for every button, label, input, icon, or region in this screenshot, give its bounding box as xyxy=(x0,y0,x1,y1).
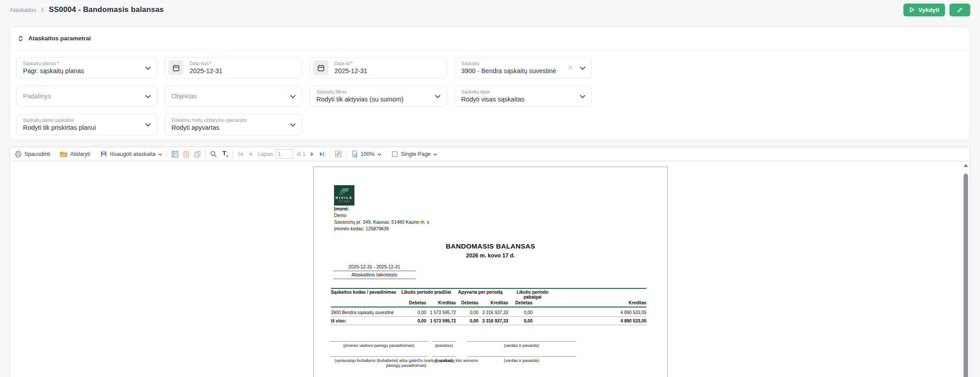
vertical-scrollbar[interactable] xyxy=(963,163,968,377)
breadcrumb: Ataskaitos SS0004 - Bandomasis balansas xyxy=(10,5,164,14)
single-page-icon xyxy=(391,151,398,158)
view-mode-control[interactable]: Single Page xyxy=(391,151,437,158)
report-parameters-panel: Ataskaitos parametrai Sąskaitų planas* P… xyxy=(10,27,970,140)
page-label: Lapas xyxy=(258,151,273,157)
parameters-panel-button[interactable] xyxy=(171,151,179,158)
field-label: Sąskaita xyxy=(461,61,479,66)
zoom-control[interactable]: 100% xyxy=(351,150,381,158)
cell-value: 4 890 533,05 xyxy=(533,310,646,315)
text-tx-icon: Tx xyxy=(222,150,228,158)
next-page-button[interactable] xyxy=(309,151,315,157)
fullscreen-button[interactable] xyxy=(334,150,342,158)
company-label: Įmonė: xyxy=(334,206,349,211)
top-actions: Vykdyti xyxy=(903,4,970,16)
previous-page-icon xyxy=(247,151,253,157)
field-saskaitu-planas[interactable]: Sąskaitų planas* Pagr. sąskaitų planas xyxy=(16,57,157,78)
print-button[interactable]: Spausdinti xyxy=(15,151,50,158)
cell-value: 0,00 xyxy=(397,319,426,323)
print-label: Spausdinti xyxy=(24,151,50,157)
pages-total-label: iš 1 xyxy=(297,151,305,157)
field-fiskaliniu-metu[interactable]: Fiskalinių metų uždarymo operacijos Rody… xyxy=(165,114,302,135)
clipboard-properties-button[interactable]: ? xyxy=(183,151,190,158)
cell-value: 0,00 xyxy=(456,310,478,315)
collapse-expand-icon xyxy=(18,35,23,42)
svg-text:?: ? xyxy=(185,153,187,157)
toolbar-separator xyxy=(167,150,167,158)
signature-name: (vardas ir pavardė) xyxy=(467,358,576,363)
cell-value: 1 573 595,72 xyxy=(426,310,456,315)
calendar-icon[interactable] xyxy=(313,60,328,75)
scroll-up-arrow-icon[interactable] xyxy=(964,164,968,167)
first-page-button[interactable] xyxy=(237,151,244,157)
field-label: Sąskaitų plano sąskaitos xyxy=(23,117,74,123)
fullscreen-expand-icon xyxy=(334,150,342,158)
total-label: Iš viso: xyxy=(331,319,397,323)
last-page-button[interactable] xyxy=(319,151,325,157)
report-title: BANDOMASIS BALANSAS xyxy=(314,242,667,250)
report-page: RIVILE ERP demo Įmonė: Demo Savanorių pr… xyxy=(313,167,668,377)
period-label: Ataskaitinis laikotarpis xyxy=(333,271,416,279)
play-icon xyxy=(909,7,915,13)
chevron-down-icon xyxy=(145,92,151,100)
signature-sign: (parašas) xyxy=(423,343,465,348)
search-button[interactable] xyxy=(210,151,217,158)
field-label: Data iki xyxy=(334,61,350,66)
field-value: 2025-12-31 xyxy=(334,67,367,74)
col-header-debit: Debetas xyxy=(508,299,533,305)
field-padalinys[interactable]: Padalinys xyxy=(16,86,157,107)
field-label: Sąskaitų filtras xyxy=(316,89,346,94)
field-value: Rodyti tik aktyvias (su sumom) xyxy=(316,96,404,103)
cell-value: 3 316 937,33 xyxy=(478,310,508,315)
company-code: Įmonės kodas: 125879635 xyxy=(334,226,389,231)
copy-pages-icon xyxy=(194,151,201,158)
field-data-nuo[interactable]: Data nuo* 2025-12-31 xyxy=(165,57,302,78)
run-button[interactable]: Vykdyti xyxy=(903,4,945,16)
edit-button[interactable] xyxy=(949,4,970,16)
clear-x-icon[interactable] xyxy=(568,64,573,72)
required-asterisk: * xyxy=(57,61,58,66)
breadcrumb-root-link[interactable]: Ataskaitos xyxy=(10,7,36,13)
first-page-icon xyxy=(237,151,244,157)
text-search-button[interactable]: Tx xyxy=(222,150,228,158)
field-saskaitu-tipas[interactable]: Sąskaitų tipas Rodyti visas sąskaitas xyxy=(455,86,592,107)
trial-balance-table: Sąskaitos kodas / pavadinimas Likutis pe… xyxy=(331,288,646,325)
parameters-icon xyxy=(171,151,179,158)
chevron-down-icon xyxy=(435,92,440,100)
field-label: Sąskaitų tipas xyxy=(461,89,490,94)
page-number-input[interactable] xyxy=(276,149,293,159)
open-button[interactable]: Atidaryti xyxy=(60,151,90,157)
table-header: Sąskaitos kodas / pavadinimas Likutis pe… xyxy=(331,288,646,307)
logo-bars-icon xyxy=(339,188,349,195)
panel-header-collapse[interactable]: Ataskaitos parametrai xyxy=(10,27,970,50)
company-address: Savanorių pr. 349, Kaunas, 51480 Kauno m… xyxy=(334,219,429,225)
view-mode-value: Single Page xyxy=(401,151,431,157)
report-period-block: 2025-12-31 - 2025-12-31 Ataskaitinis lai… xyxy=(333,264,416,279)
field-plano-saskaitos[interactable]: Sąskaitų plano sąskaitos Rodyti tik pris… xyxy=(16,114,157,135)
field-data-iki[interactable]: Data iki* 2025-12-31 xyxy=(310,57,447,78)
page-title: SS0004 - Bandomasis balansas xyxy=(49,5,164,14)
chevron-down-icon xyxy=(145,64,151,72)
field-objektas[interactable]: Objektas xyxy=(165,86,302,107)
col-group-closing: Likutis periodo pabaigai xyxy=(508,290,646,299)
folder-icon xyxy=(60,151,67,157)
save-report-button[interactable]: Išsaugoti ataskaita xyxy=(100,151,163,158)
col-header-account: Sąskaitos kodas / pavadinimas xyxy=(331,290,397,299)
company-name: Demo xyxy=(334,213,346,218)
field-saskaita[interactable]: Sąskaita 3900 - Bendra sąskaitų suvestin… xyxy=(455,57,592,78)
report-viewer: Spausdinti Atidaryti Išsaugoti ataskaita… xyxy=(10,147,970,377)
required-asterisk: * xyxy=(210,61,211,66)
scrollbar-thumb[interactable] xyxy=(964,174,968,377)
previous-page-button[interactable] xyxy=(247,151,253,157)
chevron-down-icon xyxy=(290,92,296,100)
signature-line xyxy=(467,341,576,342)
field-saskaitu-filtras[interactable]: Sąskaitų filtras Rodyti tik aktyvias (su… xyxy=(310,86,447,107)
calendar-icon[interactable] xyxy=(168,60,183,75)
field-value: 2025-12-31 xyxy=(190,67,222,74)
chevron-down-icon xyxy=(433,151,437,157)
field-value: Rodyti visas sąskaitas xyxy=(461,96,525,103)
magnifier-icon xyxy=(210,151,217,158)
logo-sub-erp: ERP xyxy=(338,200,343,202)
copy-page-button[interactable] xyxy=(194,151,201,158)
rivile-logo: RIVILE ERP demo xyxy=(334,185,354,206)
top-bar: Ataskaitos SS0004 - Bandomasis balansas … xyxy=(0,0,980,19)
